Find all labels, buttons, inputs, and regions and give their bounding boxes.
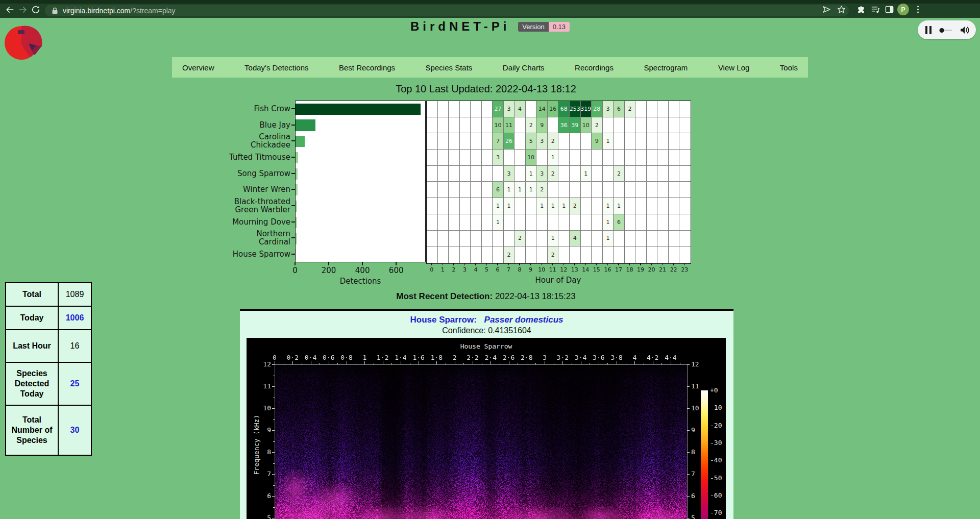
side-panel-icon[interactable]	[885, 5, 894, 14]
heatmap-cell	[514, 198, 526, 214]
scientific-name: Passer domesticus	[484, 315, 564, 325]
bookmark-star-icon[interactable]	[837, 5, 846, 14]
spec-x-tick-label: 2·8	[518, 354, 536, 361]
extensions-icon[interactable]	[857, 5, 867, 14]
nav-item-recordings[interactable]: Recordings	[575, 63, 614, 72]
media-controls-icon[interactable]	[871, 5, 880, 14]
nav-item-species-stats[interactable]: Species Stats	[426, 63, 473, 72]
detection-species-line: House Sparrow: Passer domesticus	[240, 315, 733, 325]
spec-x-tick-label: 1·2	[374, 354, 392, 361]
spec-y-tick	[272, 364, 275, 365]
heatmap-cell	[482, 182, 493, 199]
spec-x-tick-label: 1·4	[391, 354, 410, 361]
heatmap-cell	[526, 246, 537, 263]
hour-tick	[519, 263, 520, 265]
pause-button[interactable]	[924, 26, 933, 35]
heatmap-cell	[647, 198, 658, 214]
heatmap-cell	[558, 150, 570, 166]
volume-button[interactable]	[960, 26, 970, 35]
spec-x-tick	[617, 361, 617, 364]
bar-category-label: Blue Jay	[204, 117, 290, 133]
menu-dots-icon[interactable]	[913, 5, 923, 14]
spectrogram-title: House Sparrow	[247, 342, 726, 350]
nav-item-best-recordings[interactable]: Best Recordings	[339, 63, 395, 72]
hour-tick	[542, 263, 542, 265]
spec-x-minor-tick	[590, 363, 590, 364]
spec-y-tick-right	[687, 386, 690, 387]
reload-button[interactable]	[31, 5, 41, 15]
heatmap-cell	[635, 101, 647, 117]
stat-value-link[interactable]: 25	[59, 363, 91, 405]
nav-item-tools[interactable]: Tools	[780, 63, 798, 72]
spec-x-minor-tick	[518, 363, 518, 364]
heatmap-cell: 1	[536, 198, 548, 214]
spec-x-minor-tick	[356, 363, 356, 364]
spec-x-tick	[455, 361, 455, 364]
bar	[296, 152, 298, 163]
confidence-line: Confidence: 0.41351604	[240, 326, 733, 335]
heatmap-cell	[558, 246, 570, 263]
nav-item-today-s-detections[interactable]: Today's Detections	[244, 63, 308, 72]
heatmap-cell	[482, 133, 493, 150]
hour-tick	[663, 263, 663, 265]
heatmap-cell	[614, 150, 625, 166]
heatmap-cell: 9	[592, 133, 603, 150]
heatmap-cell	[427, 133, 438, 150]
back-button[interactable]	[5, 5, 15, 15]
heatmap-cell: 11	[504, 117, 515, 134]
spec-y-minor-tick	[273, 376, 275, 376]
heatmap-cell	[558, 133, 570, 150]
profile-avatar[interactable]: P	[897, 4, 909, 15]
heatmap-cell: 319	[581, 101, 592, 117]
heatmap-cell: 1	[514, 182, 526, 199]
spec-x-minor-tick	[374, 363, 374, 364]
heatmap-cell	[548, 214, 559, 231]
hour-tick	[508, 263, 509, 265]
bar	[296, 233, 297, 244]
heatmap-cell	[592, 246, 603, 263]
audio-player[interactable]	[918, 20, 976, 39]
bar-category-label: Carolina Chickadee	[204, 133, 290, 149]
table-row: Today1006	[6, 306, 91, 329]
spec-y-tick-right	[687, 364, 690, 365]
spec-x-minor-tick	[607, 363, 608, 364]
nav-item-overview[interactable]: Overview	[182, 63, 214, 72]
heatmap-cell	[504, 150, 515, 166]
table-row: Total Number of Species30	[6, 405, 91, 455]
send-icon[interactable]	[822, 5, 831, 14]
heatmap-cell	[471, 182, 482, 199]
hour-tick-label: 12	[558, 266, 569, 273]
nav-item-view-log[interactable]: View Log	[718, 63, 749, 72]
spec-x-tick	[436, 361, 437, 364]
address-bar[interactable]: virginia.birdnetpi.com/?stream=play	[45, 5, 849, 16]
species-link[interactable]: House Sparrow:	[410, 315, 476, 325]
forward-button[interactable]	[18, 5, 28, 15]
stat-value-link[interactable]: 30	[59, 406, 91, 455]
x-tick-label: 600	[381, 266, 411, 275]
spec-x-minor-tick	[302, 363, 302, 364]
spec-y-tick-label-right: 5	[691, 514, 706, 519]
spec-x-tick	[292, 361, 293, 364]
heatmap-cell	[625, 182, 636, 199]
heatmap-cell	[581, 150, 592, 166]
heatmap-cell	[427, 231, 438, 247]
bar-category-label: Mourning Dove	[204, 214, 290, 230]
spec-x-tick	[581, 361, 581, 364]
heatmap-cell: 3	[504, 166, 515, 182]
hour-tick-label: 19	[635, 266, 646, 273]
heatmap-cell: 6	[614, 214, 625, 231]
heatmap-cell	[679, 166, 691, 182]
bar-category-label: Tufted Titmouse	[204, 149, 290, 165]
heatmap-cell: 2	[614, 166, 625, 182]
spec-x-minor-tick	[482, 363, 482, 364]
nav-item-spectrogram[interactable]: Spectrogram	[644, 63, 688, 72]
nav-item-daily-charts[interactable]: Daily Charts	[503, 63, 545, 72]
heatmap-cell: 1	[603, 133, 614, 150]
stat-value-link[interactable]: 1006	[59, 307, 91, 329]
heatmap-cell: 1	[603, 231, 614, 247]
heatmap-cell	[592, 214, 603, 231]
y-tick	[291, 140, 295, 141]
heatmap-cell	[514, 246, 526, 263]
seek-slider[interactable]	[939, 27, 953, 33]
spec-y-tick-right	[687, 430, 690, 431]
